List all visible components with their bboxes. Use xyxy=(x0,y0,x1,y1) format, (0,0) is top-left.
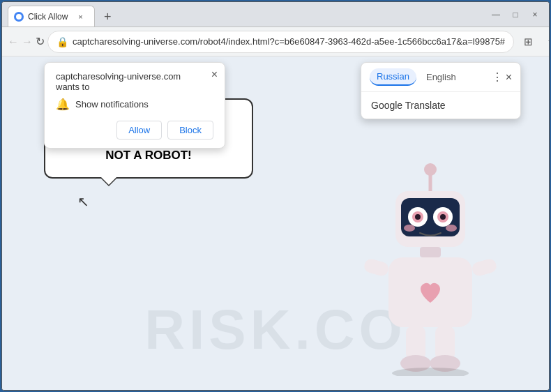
close-window-button[interactable]: × xyxy=(527,6,543,23)
tab-favicon xyxy=(14,12,24,22)
lang-russian-button[interactable]: Russian xyxy=(370,68,416,86)
translate-service-text: Google Translate xyxy=(371,100,446,111)
tab-close-btn[interactable]: × xyxy=(75,11,86,22)
translate-popup: Russian English ⋮ × Google Translate xyxy=(361,62,521,119)
lang-english-button[interactable]: English xyxy=(419,69,463,85)
back-button[interactable]: ← xyxy=(8,31,19,53)
svg-rect-15 xyxy=(471,257,498,277)
notification-popup: × captcharesolving-universe.com wants to… xyxy=(44,62,225,149)
svg-point-1 xyxy=(424,163,437,176)
title-bar: Click Allow × + — □ × xyxy=(2,2,549,27)
block-button[interactable]: Block xyxy=(167,121,213,140)
svg-point-8 xyxy=(415,214,421,220)
svg-point-11 xyxy=(446,225,457,232)
notification-label: Show notifications xyxy=(75,99,149,110)
address-bar[interactable]: 🔒 captcharesolving-universe.com/robot4/i… xyxy=(47,31,514,53)
robot-illustration xyxy=(354,153,507,376)
translate-body: Google Translate xyxy=(361,92,520,119)
minimize-button[interactable]: — xyxy=(488,6,504,23)
page-content: RISK.CO CLICK «ALLOW» TO CONFIRM THAT YO… xyxy=(2,56,549,390)
translate-more-button[interactable]: ⋮ xyxy=(492,70,503,84)
tab-title: Click Allow xyxy=(28,12,68,22)
svg-rect-14 xyxy=(363,257,390,277)
lock-icon: 🔒 xyxy=(56,36,68,47)
popup-site-text: captcharesolving-universe.com wants to xyxy=(56,71,213,92)
svg-point-10 xyxy=(404,225,415,232)
svg-rect-12 xyxy=(420,247,441,257)
nav-right-icons: ⊞ ☆ ⊙ ⋮ xyxy=(517,31,550,53)
bookmark-button[interactable]: ☆ xyxy=(541,31,550,53)
nav-bar: ← → ↻ 🔒 captcharesolving-universe.com/ro… xyxy=(2,27,549,56)
bell-icon: 🔔 xyxy=(56,98,70,111)
svg-point-20 xyxy=(392,368,469,376)
active-tab[interactable]: Click Allow × xyxy=(8,6,95,27)
svg-point-9 xyxy=(440,214,446,220)
forward-button[interactable]: → xyxy=(22,31,33,53)
cursor-pointer: ↖ xyxy=(77,193,89,210)
refresh-button[interactable]: ↻ xyxy=(36,31,45,53)
translate-header: Russian English ⋮ × xyxy=(361,63,520,92)
translate-close-button[interactable]: × xyxy=(506,71,512,84)
notification-row: 🔔 Show notifications xyxy=(56,98,213,111)
maximize-button[interactable]: □ xyxy=(507,6,524,23)
window-controls: — □ × xyxy=(488,6,543,23)
extensions-button[interactable]: ⊞ xyxy=(517,31,539,53)
allow-button[interactable]: Allow xyxy=(116,121,162,140)
tab-strip: Click Allow × + xyxy=(8,2,488,27)
address-text: captcharesolving-universe.com/robot4/ind… xyxy=(73,36,505,47)
popup-buttons: Allow Block xyxy=(56,121,213,140)
browser-window: Click Allow × + — □ × ← → ↻ 🔒 captchares… xyxy=(1,1,550,391)
popup-close-button[interactable]: × xyxy=(211,68,218,81)
new-tab-button[interactable]: + xyxy=(98,7,117,27)
